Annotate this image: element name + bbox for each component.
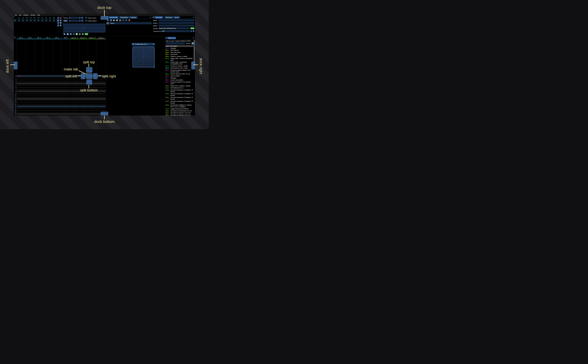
pattern-cell-empty[interactable] [17,102,25,104]
channel-header-fm-6[interactable]: FM 6 [61,37,70,39]
effect-entry[interactable]: 02xxPitch slide down [165,52,194,53]
effect-entry[interactable]: 07xyTremolo (x: speed; y: depth) [165,65,194,67]
resize-grip-icon[interactable] [153,66,155,68]
pattern-cell-empty[interactable] [44,79,52,81]
pattern-cell-empty[interactable] [17,84,25,86]
pattern-cell-empty[interactable] [71,84,79,86]
pattern-cell-empty[interactable] [97,79,105,81]
dock-left-target[interactable] [14,62,17,69]
effect-entry[interactable]: 08xySet panning (x: left; y: right) [165,67,194,69]
pattern-cell-empty[interactable] [53,79,61,81]
dock-bottom-target[interactable] [101,112,108,115]
pattern-cell-empty[interactable] [53,75,61,77]
pattern-cell-empty[interactable] [71,98,79,100]
auto-system-button[interactable]: Auto [190,27,194,29]
order-cell[interactable]: 00 [21,20,25,21]
pattern-cell-empty[interactable] [26,105,34,107]
channel-header-fm-5[interactable]: FM 5 [53,37,61,39]
pattern-cell-empty[interactable] [97,83,105,84]
menu-item-help[interactable]: help [37,14,40,16]
effect-entry[interactable]: 1AxxSet attack of operator 1 (0 to 1F) [165,112,194,114]
pattern-cell-empty[interactable] [26,96,34,98]
pattern-cell-empty[interactable] [44,94,52,96]
step-row-button[interactable]: ↓ [73,33,75,35]
pattern-cell-empty[interactable] [44,96,52,98]
remove-order-button[interactable]: − [60,17,62,19]
oscilloscope-titlebar[interactable]: Oscilloscope (X-Y) ✕ [132,43,155,46]
pattern-cell-empty[interactable] [80,92,87,94]
pattern-cell-empty[interactable] [97,109,105,111]
pattern-cell-empty[interactable] [17,109,25,111]
pattern-cell-empty[interactable] [80,81,87,83]
pattern-cell-empty[interactable] [53,92,61,94]
instrument-folder-tree-button[interactable] [119,19,121,21]
pattern-cell-empty[interactable] [53,107,61,109]
pattern-cell-empty[interactable] [35,77,43,79]
channel-header-square-2[interactable]: Square 2 [79,37,88,39]
pattern-cell-empty[interactable] [88,111,96,113]
name-input[interactable] [158,19,194,21]
pattern-cell-empty[interactable] [62,109,70,111]
pattern-cell-empty[interactable] [97,92,105,94]
order-column-header[interactable]: S3 [48,17,52,19]
effect-entry[interactable]: 0FxxSet speed (speed 2 if no grooves exi… [165,81,194,84]
collapse-triangle-icon[interactable] [133,44,134,45]
pattern-cell-empty[interactable] [44,105,52,107]
delete-instrument-button[interactable]: ✕ [128,19,130,21]
pattern-cell-empty[interactable] [88,109,96,111]
order-column-header[interactable]: F4 [29,17,33,19]
pattern-cell-empty[interactable] [35,104,43,105]
pattern-cell-empty[interactable] [35,96,43,98]
pattern-cell-empty[interactable] [97,86,105,88]
effect-entry[interactable]: 03xxPortamento [165,53,194,55]
pattern-cell-empty[interactable] [97,100,105,102]
pattern-cell-empty[interactable] [44,75,52,77]
order-cell[interactable]: 00 [33,20,37,21]
pattern-cell-empty[interactable] [71,104,79,105]
pattern-cell-empty[interactable] [35,79,43,81]
pattern-cell-empty[interactable] [44,86,52,88]
duplicate-order-button[interactable] [57,20,59,22]
pattern-cell-empty[interactable] [17,83,25,84]
effect-entry[interactable]: 16xySet operator multiplier (x: operator… [165,104,194,108]
pattern-cell-empty[interactable] [71,115,79,116]
pattern-cell-empty[interactable] [44,100,52,102]
pattern-cell-empty[interactable] [26,104,34,105]
pattern-cell-empty[interactable] [97,90,105,92]
instrument-up-button[interactable]: ↑ [122,19,124,21]
metronome-button[interactable] [79,33,81,35]
pattern-cell-empty[interactable] [88,105,96,107]
pattern-cell-empty[interactable] [53,83,61,84]
pattern-cell-empty[interactable] [71,92,79,94]
effect-entry[interactable]: 00xyArpeggio [165,47,194,49]
effect-entry[interactable]: 05xyVolume slide + vibrato (compatibilit… [165,58,194,61]
effect-entry[interactable]: 12xxSet level of operator 1 (0 highest, … [165,89,194,93]
order-column-header[interactable]: S2 [44,17,48,19]
play-pattern-button[interactable] [66,33,69,35]
pattern-cell-empty[interactable] [88,115,96,116]
effect-entry[interactable]: 19xxSet attack of all operators (0 to 1F… [165,110,194,112]
split-left-target[interactable] [81,73,85,79]
pattern-cell-empty[interactable] [80,84,87,86]
pattern-cell-empty[interactable] [44,98,52,100]
pattern-cell-empty[interactable] [62,104,70,105]
effect-entry[interactable]: 17xxToggle PCM mode (LEGACY) [165,108,194,110]
pattern-cell-empty[interactable] [17,111,25,113]
pattern-cell-empty[interactable] [62,115,70,116]
split-bottom-target[interactable] [86,80,92,84]
pattern-cell-empty[interactable] [44,84,52,86]
tuning-minus-button[interactable]: - [190,30,192,32]
pattern-cell-empty[interactable] [62,81,70,83]
order-cell[interactable]: 00 [48,20,52,21]
pattern-cell-empty[interactable] [26,90,34,92]
pattern-cell-empty[interactable] [53,81,61,83]
poly-toggle-button[interactable]: Poly [85,33,88,35]
repeat-pattern-button[interactable]: ↻ [82,33,84,35]
pattern-cell-empty[interactable] [26,79,34,81]
pattern-cell-empty[interactable] [53,84,61,86]
pattern-cell-empty[interactable] [80,102,87,104]
pattern-cell-empty[interactable] [80,111,87,113]
channel-header-fm-2[interactable]: FM 2 [26,37,35,39]
pattern-cell-empty[interactable] [80,86,87,88]
pattern-cell-empty[interactable] [71,81,79,83]
